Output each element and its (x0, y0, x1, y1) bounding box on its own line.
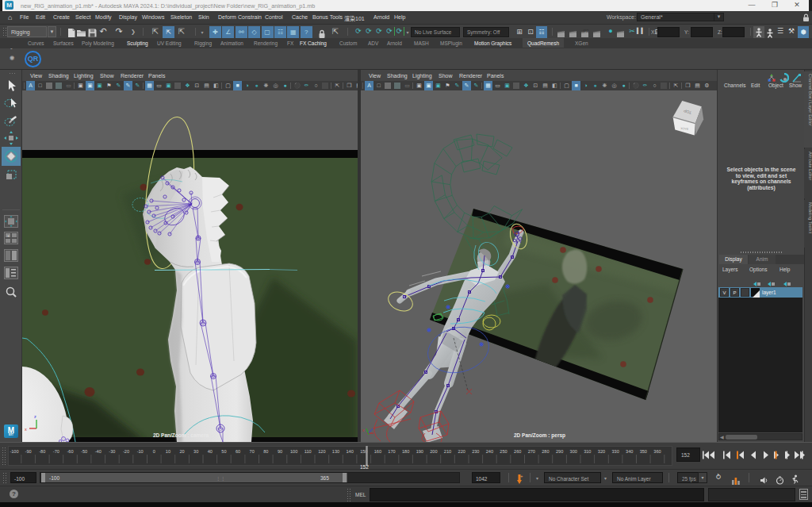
svg-text:100: 100 (290, 449, 297, 454)
svg-text:340: 340 (626, 449, 633, 454)
svg-text:0: 0 (153, 449, 155, 454)
svg-text:130: 130 (332, 449, 339, 454)
svg-text:140: 140 (346, 449, 353, 454)
svg-text:-40: -40 (95, 449, 102, 454)
svg-text:-10: -10 (137, 449, 144, 454)
svg-text:-50: -50 (81, 449, 87, 454)
svg-text:2D Pan/Zoom : persp: 2D Pan/Zoom : persp (514, 432, 565, 439)
svg-text:-30: -30 (109, 449, 115, 454)
svg-text:120: 120 (318, 449, 325, 454)
svg-text:230: 230 (472, 449, 479, 454)
svg-text:-100: -100 (10, 449, 18, 454)
svg-text:x: x (25, 427, 27, 432)
svg-text:180: 180 (402, 449, 409, 454)
svg-text:60: 60 (236, 449, 240, 454)
svg-text:+: + (520, 474, 523, 478)
svg-text:300: 300 (570, 449, 577, 454)
svg-text:200: 200 (430, 449, 437, 454)
svg-text:90: 90 (278, 449, 282, 454)
svg-text:30: 30 (193, 449, 198, 454)
svg-text:70: 70 (250, 449, 255, 454)
svg-text:240: 240 (486, 449, 493, 454)
svg-text:110: 110 (304, 449, 312, 454)
svg-text:-90: -90 (25, 449, 32, 454)
svg-text:360: 360 (653, 449, 661, 454)
svg-text:z: z (34, 414, 36, 419)
svg-text:330: 330 (611, 449, 619, 454)
svg-text:10: 10 (166, 449, 170, 454)
svg-text:260: 260 (514, 449, 521, 454)
svg-text:-80: -80 (39, 449, 45, 454)
svg-text:-60: -60 (67, 449, 73, 454)
svg-text:-20: -20 (123, 449, 129, 454)
svg-text:190: 190 (416, 449, 423, 454)
svg-text:310: 310 (584, 449, 591, 454)
svg-text:2D Pan/Zoom : camera: 2D Pan/Zoom : camera (153, 432, 209, 438)
svg-text:170: 170 (388, 449, 395, 454)
svg-text:80: 80 (263, 449, 268, 454)
svg-text:160: 160 (374, 449, 381, 454)
svg-text:220: 220 (458, 449, 465, 454)
svg-text:-70: -70 (53, 449, 59, 454)
svg-text:210: 210 (444, 449, 451, 454)
svg-text:20: 20 (179, 449, 184, 454)
svg-text:+: + (7, 233, 10, 238)
svg-text:350: 350 (640, 449, 647, 454)
svg-text:270: 270 (528, 449, 535, 454)
svg-text:40: 40 (208, 449, 213, 454)
svg-text:290: 290 (556, 449, 563, 454)
svg-text:250: 250 (500, 449, 507, 454)
svg-text:50: 50 (221, 449, 226, 454)
svg-text:280: 280 (542, 449, 549, 454)
svg-text:320: 320 (598, 449, 605, 454)
